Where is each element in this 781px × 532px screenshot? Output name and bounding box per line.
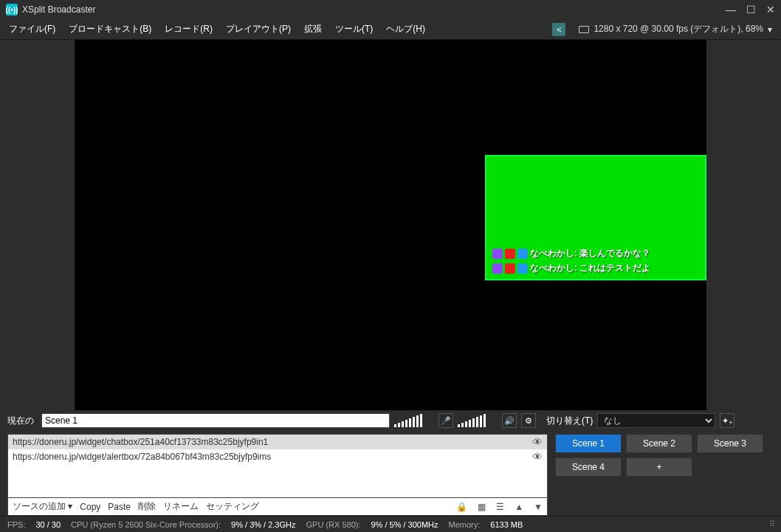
mic-meter[interactable] bbox=[394, 414, 434, 427]
source-url: https://doneru.jp/widget/alertbox/72a84b… bbox=[13, 452, 271, 462]
layers-icon[interactable]: ☰ bbox=[496, 502, 504, 512]
app-title: XSplit Broadcaster bbox=[22, 4, 726, 15]
preview-area: なべわかし: 楽しんでるかな？ なべわかし: これはテストだよ bbox=[0, 40, 781, 410]
close-button[interactable]: ✕ bbox=[766, 4, 775, 15]
chat-user: なべわかし: bbox=[530, 262, 577, 274]
screen-icon bbox=[579, 26, 589, 33]
menu-file[interactable]: ファイル(F) bbox=[9, 23, 55, 35]
mod-badge-icon bbox=[505, 249, 515, 259]
menu-extension[interactable]: 拡張 bbox=[304, 23, 322, 35]
speaker-meter[interactable] bbox=[458, 414, 498, 427]
preview-canvas[interactable]: なべわかし: 楽しんでるかな？ なべわかし: これはテストだよ bbox=[75, 40, 706, 410]
lock-icon[interactable]: 🔒 bbox=[456, 502, 467, 512]
settings-button[interactable]: セッティング bbox=[206, 500, 259, 513]
source-row[interactable]: https://doneru.jp/widget/chatbox/251a40c… bbox=[8, 435, 547, 449]
sources-list[interactable]: https://doneru.jp/widget/chatbox/251a40c… bbox=[7, 434, 548, 498]
stinger-add-icon[interactable]: ✦₊ bbox=[720, 413, 734, 428]
fps-label: FPS: bbox=[7, 520, 25, 529]
scene-1-button[interactable]: Scene 1 bbox=[555, 434, 622, 453]
scene-2-button[interactable]: Scene 2 bbox=[626, 434, 692, 453]
output-status-caret: ▾ bbox=[768, 24, 772, 35]
source-url: https://doneru.jp/widget/chatbox/251a40c… bbox=[13, 437, 268, 447]
current-scene-label: 現在の bbox=[7, 415, 34, 427]
move-up-icon[interactable]: ▲ bbox=[515, 502, 523, 512]
chat-user: なべわかし: bbox=[530, 247, 577, 260]
scene-4-button[interactable]: Scene 4 bbox=[555, 457, 622, 477]
output-status-text: 1280 x 720 @ 30.00 fps (デフォルト), 68% bbox=[594, 23, 763, 35]
visibility-icon[interactable]: 👁 bbox=[532, 451, 543, 463]
copy-button[interactable]: Copy bbox=[80, 502, 100, 512]
app-icon: ((•)) bbox=[6, 4, 18, 15]
maximize-button[interactable]: ☐ bbox=[746, 4, 756, 15]
scene-3-button[interactable]: Scene 3 bbox=[697, 434, 763, 453]
gear-icon[interactable]: ⚙ bbox=[521, 413, 536, 428]
menu-playout[interactable]: プレイアウト(P) bbox=[226, 23, 291, 35]
mod-badge-icon bbox=[505, 263, 515, 274]
cpu-value: 9% / 3% / 2.3GHz bbox=[231, 520, 295, 529]
delete-button[interactable]: 削除 bbox=[138, 500, 156, 513]
scene-name-input[interactable] bbox=[41, 413, 390, 428]
add-source-button[interactable]: ソースの追加 ▾ bbox=[13, 500, 72, 513]
resize-grip-icon[interactable]: ⠿ bbox=[769, 519, 774, 529]
mic-icon[interactable]: 🎤 bbox=[438, 413, 453, 428]
menubar: ファイル(F) ブロードキャスト(B) レコード(R) プレイアウト(P) 拡張… bbox=[0, 19, 781, 40]
menu-record[interactable]: レコード(R) bbox=[165, 23, 213, 35]
sources-panel: https://doneru.jp/widget/chatbox/251a40c… bbox=[7, 434, 548, 516]
minimize-button[interactable]: ― bbox=[726, 4, 736, 15]
chat-msg: これはテストだよ bbox=[579, 262, 650, 274]
statusbar: FPS: 30 / 30 CPU (Ryzen 5 2600 Six-Core … bbox=[0, 516, 781, 532]
scenes-panel: Scene 1 Scene 2 Scene 3 Scene 4 + bbox=[555, 434, 774, 516]
sources-toolbar: ソースの追加 ▾ Copy Paste 削除 リネーム セッティング 🔒 ▦ ☰… bbox=[7, 498, 548, 516]
gpu-label: GPU (RX 580): bbox=[306, 520, 361, 529]
cpu-label: CPU (Ryzen 5 2600 Six-Core Processor): bbox=[71, 520, 221, 529]
gpu-value: 9% / 5% / 300MHz bbox=[371, 520, 438, 529]
sub-badge-icon bbox=[517, 263, 528, 274]
memory-label: Memory: bbox=[449, 520, 481, 529]
chat-msg: 楽しんでるかな？ bbox=[579, 247, 650, 260]
output-status[interactable]: 1280 x 720 @ 30.00 fps (デフォルト), 68% ▾ bbox=[579, 23, 772, 35]
chatbox-source[interactable]: なべわかし: 楽しんでるかな？ なべわかし: これはテストだよ bbox=[485, 155, 706, 280]
paste-button[interactable]: Paste bbox=[108, 502, 131, 512]
menu-tools[interactable]: ツール(T) bbox=[335, 23, 373, 35]
memory-value: 6133 MB bbox=[490, 520, 523, 529]
menu-help[interactable]: ヘルプ(H) bbox=[386, 23, 425, 35]
source-row[interactable]: https://doneru.jp/widget/alertbox/72a84b… bbox=[8, 449, 547, 464]
share-icon[interactable]: < bbox=[552, 23, 565, 36]
titlebar: ((•)) XSplit Broadcaster ― ☐ ✕ bbox=[0, 0, 781, 19]
grid-icon[interactable]: ▦ bbox=[478, 502, 486, 512]
controls-row: 現在の 🎤 🔊 ⚙ 切り替え(T) なし ✦₊ bbox=[0, 410, 781, 431]
menu-broadcast[interactable]: ブロードキャスト(B) bbox=[69, 23, 151, 35]
twitch-badge-icon bbox=[492, 249, 503, 259]
fps-value: 30 / 30 bbox=[35, 520, 61, 529]
transition-select[interactable]: なし bbox=[597, 413, 715, 428]
visibility-icon[interactable]: 👁 bbox=[532, 436, 543, 448]
add-scene-button[interactable]: + bbox=[626, 457, 692, 477]
speaker-icon[interactable]: 🔊 bbox=[502, 413, 517, 428]
move-down-icon[interactable]: ▼ bbox=[534, 502, 543, 512]
sub-badge-icon bbox=[517, 249, 528, 259]
rename-button[interactable]: リネーム bbox=[163, 500, 199, 513]
lower-panels: https://doneru.jp/widget/chatbox/251a40c… bbox=[0, 431, 781, 516]
twitch-badge-icon bbox=[492, 263, 503, 274]
transition-label: 切り替え(T) bbox=[546, 415, 593, 427]
